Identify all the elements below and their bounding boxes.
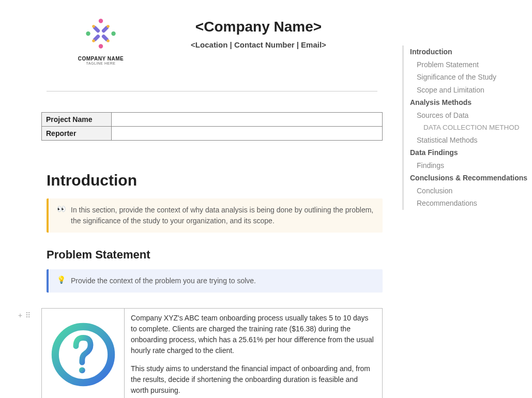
company-logo-icon [83,16,119,52]
logo-tagline: TAGLINE HERE [67,62,134,65]
toc-item-significance[interactable]: Significance of the Study [410,71,521,84]
svg-point-7 [86,32,90,36]
toc-item-statistical[interactable]: Statistical Methods [410,134,521,147]
problem-content-block[interactable]: Company XYZ's ABC team onboarding proces… [41,308,383,398]
project-name-label: Project Name [42,113,112,127]
drag-handle-icon[interactable]: ⠿ [25,311,31,319]
main-content: COMPANY NAME TAGLINE HERE <Company Name>… [0,0,383,398]
svg-point-10 [92,39,95,42]
svg-point-9 [107,39,110,42]
lightbulb-icon: 💡 [57,275,66,286]
toc-item-recommendations[interactable]: Recommendations [410,197,521,210]
introduction-callout[interactable]: 👀 In this section, provide the context o… [47,198,383,233]
toc-item-introduction[interactable]: Introduction [410,45,521,58]
logo-block: COMPANY NAME TAGLINE HERE [67,16,134,65]
toc-item-data-collection[interactable]: DATA COLLECTION METHOD [410,121,521,134]
problem-statement-heading[interactable]: Problem Statement [47,248,383,262]
toc-item-scope[interactable]: Scope and Limitation [410,84,521,97]
block-controls: + ⠿ [18,311,31,319]
svg-point-5 [111,32,115,36]
reporter-label: Reporter [42,127,112,141]
header-text: <Company Name> <Location | Contact Numbe… [134,19,383,49]
table-row: Project Name [42,113,383,127]
toc-item-data-findings[interactable]: Data Findings [410,146,521,159]
toc-item-conclusion[interactable]: Conclusion [410,185,521,197]
toc-item-sources[interactable]: Sources of Data [410,109,521,122]
svg-point-11 [92,25,95,28]
content-icon-cell [42,309,125,398]
toc-item-findings[interactable]: Findings [410,159,521,172]
company-subtitle[interactable]: <Location | Contact Number | Email> [134,40,383,49]
table-row: Reporter [42,127,383,141]
svg-point-8 [107,25,110,28]
reporter-value[interactable] [112,127,383,141]
content-text-cell[interactable]: Company XYZ's ABC team onboarding proces… [125,309,382,398]
callout-text: Provide the context of the problem you a… [71,275,256,286]
project-info-table: Project Name Reporter [41,112,383,141]
company-title[interactable]: <Company Name> [134,19,383,35]
body-paragraph: Company XYZ's ABC team onboarding proces… [131,313,376,356]
svg-point-4 [99,19,103,23]
add-block-button[interactable]: + [18,311,22,319]
toc-item-problem-statement[interactable]: Problem Statement [410,58,521,71]
header-divider [47,91,377,91]
table-of-contents: Introduction Problem Statement Significa… [402,45,521,210]
eyes-icon: 👀 [57,205,66,226]
project-name-value[interactable] [112,113,383,127]
svg-point-6 [99,44,103,48]
problem-statement-callout[interactable]: 💡 Provide the context of the problem you… [47,269,383,293]
logo-company-name: COMPANY NAME [67,56,134,62]
toc-item-conclusions[interactable]: Conclusions & Recommendations [410,172,521,185]
body-paragraph: This study aims to understand the financ… [131,363,376,396]
document-header: COMPANY NAME TAGLINE HERE <Company Name>… [41,16,383,65]
question-mark-icon [50,321,117,388]
callout-text: In this section, provide the context of … [71,205,374,226]
toc-item-analysis-methods[interactable]: Analysis Methods [410,96,521,109]
introduction-heading[interactable]: Introduction [47,172,383,189]
svg-point-13 [79,367,85,373]
